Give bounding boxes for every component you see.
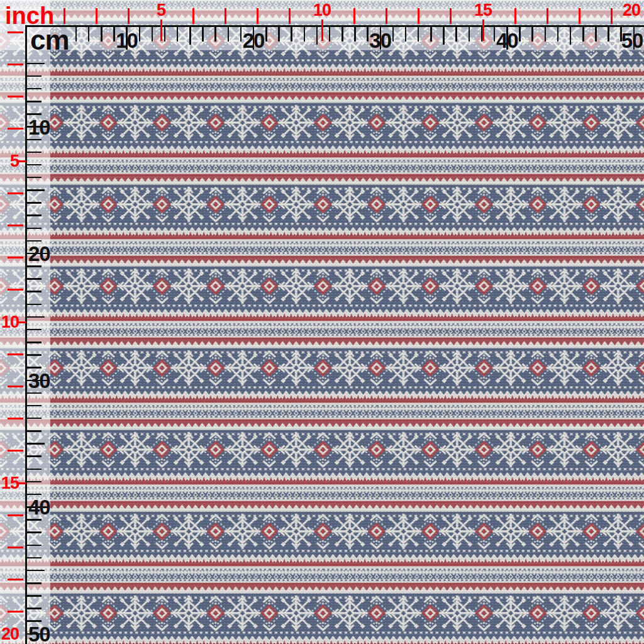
knit-fabric-pattern	[0, 0, 644, 644]
knit-texture-overlay	[0, 0, 644, 644]
fabric-with-rulers-image: inch cm 51015201020304050 51015201020304…	[0, 0, 644, 644]
